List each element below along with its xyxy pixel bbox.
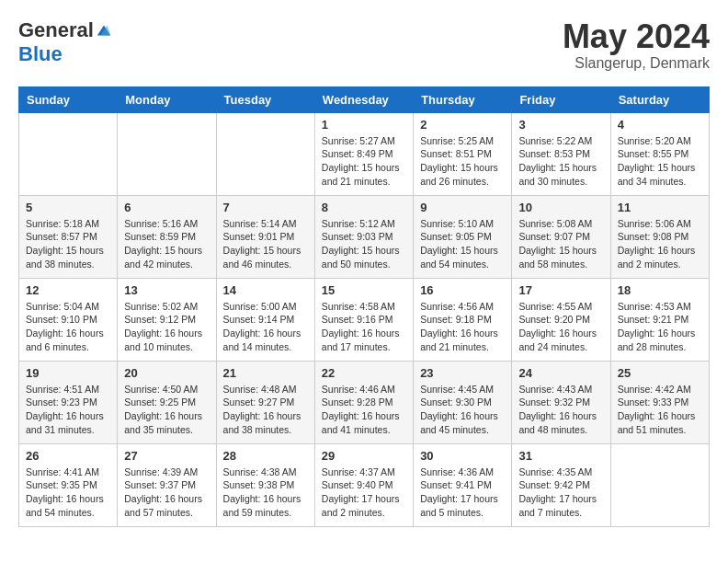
table-row: 29Sunrise: 4:37 AMSunset: 9:40 PMDayligh… [314, 443, 413, 526]
logo-blue-text: Blue [18, 42, 63, 66]
day-number: 20 [124, 366, 209, 380]
day-number: 3 [518, 118, 603, 132]
table-row: 7Sunrise: 5:14 AMSunset: 9:01 PMDaylight… [216, 195, 314, 278]
day-info: Sunrise: 4:42 AMSunset: 9:33 PMDaylight:… [618, 383, 702, 437]
day-number: 26 [26, 449, 110, 463]
day-info: Sunrise: 5:18 AMSunset: 8:57 PMDaylight:… [26, 217, 110, 271]
day-number: 15 [322, 283, 406, 297]
day-number: 13 [124, 283, 209, 297]
day-info: Sunrise: 4:41 AMSunset: 9:35 PMDaylight:… [26, 465, 110, 520]
table-row: 24Sunrise: 4:43 AMSunset: 9:32 PMDayligh… [512, 361, 610, 443]
day-info: Sunrise: 5:02 AMSunset: 9:12 PMDaylight:… [124, 300, 209, 354]
table-row: 3Sunrise: 5:22 AMSunset: 8:53 PMDaylight… [512, 112, 610, 195]
table-row: 17Sunrise: 4:55 AMSunset: 9:20 PMDayligh… [512, 278, 610, 361]
table-row [610, 443, 709, 526]
page-header: General Blue May 2024 Slangerup, Denmark [18, 18, 710, 72]
day-number: 27 [124, 449, 209, 463]
table-row: 27Sunrise: 4:39 AMSunset: 9:37 PMDayligh… [118, 443, 216, 526]
logo-general-text: General [18, 18, 94, 42]
day-number: 23 [420, 366, 505, 380]
day-info: Sunrise: 4:51 AMSunset: 9:23 PMDaylight:… [26, 383, 110, 437]
calendar-week-row: 12Sunrise: 5:04 AMSunset: 9:10 PMDayligh… [19, 278, 710, 361]
col-sunday: Sunday [19, 86, 118, 112]
day-info: Sunrise: 5:00 AMSunset: 9:14 PMDaylight:… [223, 300, 308, 354]
day-info: Sunrise: 4:45 AMSunset: 9:30 PMDaylight:… [420, 383, 505, 437]
day-info: Sunrise: 5:10 AMSunset: 9:05 PMDaylight:… [420, 217, 505, 271]
table-row: 4Sunrise: 5:20 AMSunset: 8:55 PMDaylight… [610, 112, 709, 195]
table-row: 18Sunrise: 4:53 AMSunset: 9:21 PMDayligh… [610, 278, 709, 361]
calendar-week-row: 1Sunrise: 5:27 AMSunset: 8:49 PMDaylight… [19, 112, 710, 195]
col-friday: Friday [512, 86, 610, 112]
day-info: Sunrise: 4:50 AMSunset: 9:25 PMDaylight:… [124, 383, 209, 437]
table-row: 8Sunrise: 5:12 AMSunset: 9:03 PMDaylight… [314, 195, 413, 278]
day-info: Sunrise: 4:58 AMSunset: 9:16 PMDaylight:… [322, 300, 406, 354]
table-row [118, 112, 216, 195]
day-number: 5 [26, 201, 110, 214]
table-row: 21Sunrise: 4:48 AMSunset: 9:27 PMDayligh… [216, 361, 314, 443]
table-row: 14Sunrise: 5:00 AMSunset: 9:14 PMDayligh… [216, 278, 314, 361]
col-tuesday: Tuesday [216, 86, 314, 112]
day-info: Sunrise: 4:55 AMSunset: 9:20 PMDaylight:… [518, 300, 603, 354]
day-info: Sunrise: 4:37 AMSunset: 9:40 PMDaylight:… [322, 465, 406, 520]
day-number: 9 [420, 201, 505, 214]
location-text: Slangerup, Denmark [563, 55, 710, 72]
day-info: Sunrise: 4:56 AMSunset: 9:18 PMDaylight:… [420, 300, 505, 354]
table-row: 26Sunrise: 4:41 AMSunset: 9:35 PMDayligh… [19, 443, 118, 526]
table-row: 1Sunrise: 5:27 AMSunset: 8:49 PMDaylight… [314, 112, 413, 195]
day-info: Sunrise: 4:43 AMSunset: 9:32 PMDaylight:… [518, 383, 603, 437]
day-number: 4 [618, 118, 702, 132]
table-row: 10Sunrise: 5:08 AMSunset: 9:07 PMDayligh… [512, 195, 610, 278]
day-number: 19 [26, 366, 110, 380]
logo: General Blue [18, 18, 112, 66]
day-number: 29 [322, 449, 406, 463]
day-number: 17 [518, 283, 603, 297]
day-number: 16 [420, 283, 505, 297]
day-number: 22 [322, 366, 406, 380]
logo-icon [96, 22, 112, 39]
day-number: 11 [618, 201, 702, 214]
day-info: Sunrise: 4:35 AMSunset: 9:42 PMDaylight:… [518, 465, 603, 520]
day-info: Sunrise: 5:04 AMSunset: 9:10 PMDaylight:… [26, 300, 110, 354]
day-number: 2 [420, 118, 505, 132]
table-row: 16Sunrise: 4:56 AMSunset: 9:18 PMDayligh… [414, 278, 512, 361]
table-row: 6Sunrise: 5:16 AMSunset: 8:59 PMDaylight… [118, 195, 216, 278]
table-row: 15Sunrise: 4:58 AMSunset: 9:16 PMDayligh… [314, 278, 413, 361]
day-info: Sunrise: 5:14 AMSunset: 9:01 PMDaylight:… [223, 217, 308, 271]
day-info: Sunrise: 5:20 AMSunset: 8:55 PMDaylight:… [618, 134, 702, 189]
table-row: 12Sunrise: 5:04 AMSunset: 9:10 PMDayligh… [19, 278, 118, 361]
table-row: 11Sunrise: 5:06 AMSunset: 9:08 PMDayligh… [610, 195, 709, 278]
day-info: Sunrise: 4:48 AMSunset: 9:27 PMDaylight:… [223, 383, 308, 437]
table-row [216, 112, 314, 195]
col-thursday: Thursday [414, 86, 512, 112]
table-row: 2Sunrise: 5:25 AMSunset: 8:51 PMDaylight… [414, 112, 512, 195]
title-area: May 2024 Slangerup, Denmark [563, 18, 710, 72]
day-info: Sunrise: 5:06 AMSunset: 9:08 PMDaylight:… [618, 217, 702, 271]
day-number: 28 [223, 449, 308, 463]
table-row: 22Sunrise: 4:46 AMSunset: 9:28 PMDayligh… [314, 361, 413, 443]
calendar-table: Sunday Monday Tuesday Wednesday Thursday… [18, 86, 710, 527]
table-row: 31Sunrise: 4:35 AMSunset: 9:42 PMDayligh… [512, 443, 610, 526]
calendar-week-row: 26Sunrise: 4:41 AMSunset: 9:35 PMDayligh… [19, 443, 710, 526]
month-title: May 2024 [563, 18, 710, 55]
day-info: Sunrise: 5:22 AMSunset: 8:53 PMDaylight:… [518, 134, 603, 189]
col-monday: Monday [118, 86, 216, 112]
table-row: 9Sunrise: 5:10 AMSunset: 9:05 PMDaylight… [414, 195, 512, 278]
table-row: 28Sunrise: 4:38 AMSunset: 9:38 PMDayligh… [216, 443, 314, 526]
day-info: Sunrise: 4:38 AMSunset: 9:38 PMDaylight:… [223, 465, 308, 520]
day-number: 18 [618, 283, 702, 297]
day-number: 25 [618, 366, 702, 380]
day-number: 14 [223, 283, 308, 297]
day-number: 6 [124, 201, 209, 214]
day-number: 12 [26, 283, 110, 297]
day-number: 10 [518, 201, 603, 214]
calendar-header-row: Sunday Monday Tuesday Wednesday Thursday… [19, 86, 710, 112]
day-number: 30 [420, 449, 505, 463]
table-row: 13Sunrise: 5:02 AMSunset: 9:12 PMDayligh… [118, 278, 216, 361]
day-number: 8 [322, 201, 406, 214]
day-info: Sunrise: 4:53 AMSunset: 9:21 PMDaylight:… [618, 300, 702, 354]
day-number: 1 [322, 118, 406, 132]
day-info: Sunrise: 5:27 AMSunset: 8:49 PMDaylight:… [322, 134, 406, 189]
calendar-week-row: 5Sunrise: 5:18 AMSunset: 8:57 PMDaylight… [19, 195, 710, 278]
day-number: 7 [223, 201, 308, 214]
table-row: 30Sunrise: 4:36 AMSunset: 9:41 PMDayligh… [414, 443, 512, 526]
